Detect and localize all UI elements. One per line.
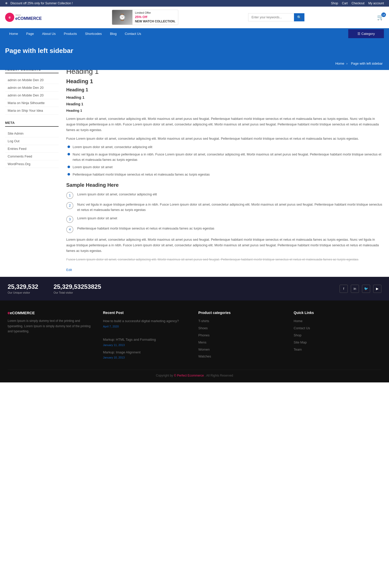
numbered-item-2: 3 Lorem ipsum dolor sit amet [66,216,384,223]
total-label: Our Total visitor [53,291,101,294]
snowflake-icon: ❄ [5,2,8,5]
num-circle-1: 1 [66,192,73,199]
myaccount-link[interactable]: My account [368,2,384,5]
footer-bottom: Copyright by © Perfect Ecommerce . All R… [8,370,381,377]
banner-ad[interactable]: ⌚ Limited Offer 25% Off NEW WATCH COLLEC… [112,10,178,25]
numbered-item-3: 4 Pellentesque habitant morbi tristique … [66,226,384,233]
checkout-link[interactable]: Checkout [352,2,365,5]
bullet-item-3: Pellentesque habitant morbi tristique se… [68,172,384,177]
nav-about[interactable]: About Us [38,28,60,39]
edit-link[interactable]: Edit [66,268,72,272]
youtube-icon[interactable]: ▶ [373,285,381,293]
linkedin-icon[interactable]: in [351,285,359,293]
footer-logo-text: eCOMMERCE [10,311,35,315]
footer-categories-col: Product categories T-shirts Shoes Phones… [198,311,286,362]
category-button[interactable]: ☰ Category [348,29,384,38]
quicklink-contact[interactable]: Contact Us [294,326,381,331]
heading-level4: Heading 1 [66,95,384,99]
bullet-item-0: Lorem ipsum dolor sit amet, consectetur … [68,145,384,150]
meta-link-0[interactable]: Site Admin [5,130,59,137]
meta-section: META Site Admin Log Out Entries Feed Com… [5,121,59,168]
heading-level2: Heading 1 [66,78,384,85]
paragraph-3: Lorem ipsum dolor sit amet, consectetur … [66,237,384,254]
bullet-list: Lorem ipsum dolor sit amet, consectetur … [68,145,384,177]
cart-badge: 14 [381,12,386,17]
quicklink-home[interactable]: Home [294,319,381,324]
nav-blog[interactable]: Blog [106,28,121,39]
numbered-item-1: 2 Nunc vel ligula in augue tristique pel… [66,202,384,213]
breadcrumb-separator: › [346,62,348,65]
category-mens[interactable]: Mens [198,340,286,345]
quicklink-shop[interactable]: Shop [294,333,381,338]
comment-link-1[interactable]: admin on Mobile Den 20 [5,84,59,92]
nav-shortcodes[interactable]: Shortcodes [81,28,106,39]
nav-products[interactable]: Products [60,28,81,39]
heading-level5: Heading 1 [66,102,384,106]
quicklink-sitemap[interactable]: Site Map [294,340,381,345]
social-icons: f in 🐦 ▶ [340,285,381,293]
nav-home[interactable]: Home [5,28,22,39]
post-link-0[interactable]: How to build a successful digital market… [103,319,191,329]
num-circle-2: 2 [66,202,73,209]
cart-icon[interactable]: 🛒 14 [377,14,384,21]
footer: eeCOMMERCE Lorem Ipsum is simply dummy t… [0,300,389,382]
category-watches[interactable]: Watches [198,354,286,359]
comment-link-0[interactable]: admin on Mobile Den 20 [5,76,59,84]
twitter-icon[interactable]: 🐦 [362,285,370,293]
shop-link[interactable]: Shop [331,2,338,5]
search-area[interactable]: 🔍 [248,13,304,21]
num-circle-3: 3 [66,216,73,223]
cart-link[interactable]: Cart [342,2,348,5]
top-nav[interactable]: Shop Cart Checkout My account [331,2,384,5]
total-visitors: 25,329,53253825 Our Total visitor [53,283,101,294]
comment-link-3[interactable]: Maria on Ninja Silhouette [5,99,59,107]
meta-link-2[interactable]: Entries Feed [5,145,59,153]
promo-text: Discount off 25% only for Summer Collect… [10,2,73,5]
numbered-list: 1 Lorem ipsum dolor sit amet, consectetu… [66,192,384,233]
post-link-1[interactable]: Markup: HTML Tags and Formatting January… [103,337,191,348]
limited-offer-label: Limited Offer [135,11,176,15]
category-shoes[interactable]: Shoes [198,326,286,331]
footer-quicklinks-col: Quick Links Home Contact Us Shop Site Ma… [294,311,381,362]
promo-area: ❄ Discount off 25% only for Summer Colle… [5,2,73,5]
breadcrumb-home[interactable]: Home [335,62,344,65]
quick-links-title: Quick Links [294,311,381,315]
category-tshirts[interactable]: T-shirts [198,319,286,324]
logo-text: Store eCOMMERCE [15,14,42,21]
meta-link-3[interactable]: Comments Feed [5,153,59,160]
meta-link-1[interactable]: Log Out [5,137,59,145]
nav-page[interactable]: Page [22,28,38,39]
main-nav: Home Page About Us Products Shortcodes B… [0,28,389,39]
breadcrumb-current: Page with left sidebar [351,62,383,65]
search-button[interactable]: 🔍 [294,13,304,21]
footer-logo: eeCOMMERCE [8,311,95,315]
facebook-icon[interactable]: f [340,285,348,293]
meta-link-4[interactable]: WordPress.Org [5,160,59,168]
page-hero: Page with left sidebar Home › Page with … [0,39,389,70]
comment-link-2[interactable]: admin on Mobile Den 20 [5,92,59,99]
footer-about-col: eeCOMMERCE Lorem Ipsum is simply dummy t… [8,311,95,362]
footer-logo-brand: e [8,311,10,315]
comment-link-4[interactable]: Maria on Ship Your Idea [5,107,59,114]
logo-store: Store [15,14,42,16]
meta-title: META [5,121,59,127]
offer-text: 25% Off [135,15,147,19]
logo-brand: eCOMMERCE [15,16,42,21]
paragraph-4: Fusce Lorem ipsum dolor sit amet, consec… [66,257,384,262]
paragraph-2: Fusce Lorem ipsum dolor sit amet, consec… [66,136,384,141]
post-link-2[interactable]: Markup: Image Alignment January 10, 2013 [103,350,191,361]
nav-items: Home Page About Us Products Shortcodes B… [5,28,348,39]
footer-recent-post-col: Recent Post How to build a successful di… [103,311,191,362]
category-women[interactable]: Women [198,347,286,352]
unique-num: 25,329,532 [8,283,38,290]
logo[interactable]: e Store eCOMMERCE [5,13,42,22]
footer-grid: eeCOMMERCE Lorem Ipsum is simply dummy t… [8,311,381,362]
nav-contact[interactable]: Contact Us [121,28,145,39]
copyright-end: . All Rights Reserved [205,374,233,377]
category-phones[interactable]: Phones [198,333,286,338]
quicklink-team[interactable]: Team [294,347,381,352]
copyright-link[interactable]: © Perfect Ecommerce [174,374,204,377]
search-input[interactable] [248,13,294,21]
bullet-dot [68,153,70,155]
header: e Store eCOMMERCE ⌚ Limited Offer 25% Of… [0,7,389,28]
